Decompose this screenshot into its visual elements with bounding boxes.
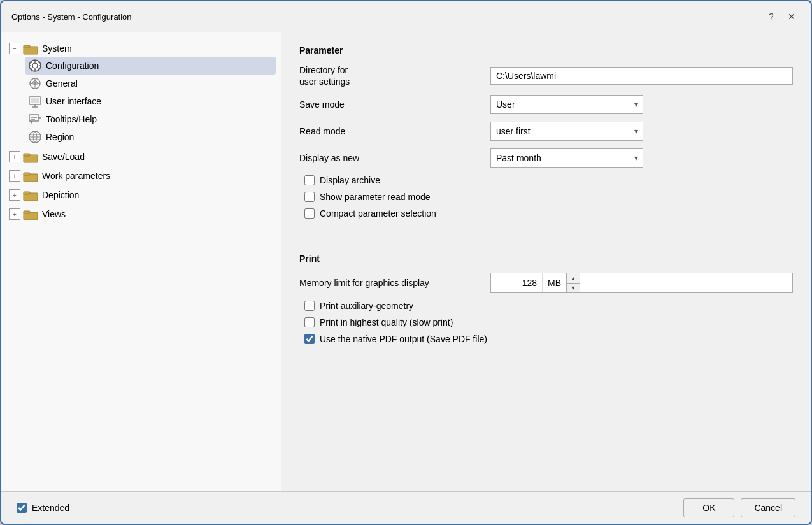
- memory-input[interactable]: [491, 273, 542, 292]
- tree-item-system[interactable]: − System: [6, 40, 276, 57]
- spinner-down-button[interactable]: ▼: [567, 284, 580, 293]
- folder-icon-work-parameters: [23, 169, 38, 182]
- read-mode-label: Read mode: [299, 126, 490, 137]
- folder-icon-save-load: [23, 150, 38, 163]
- tree-system-children: Configuration General: [6, 57, 276, 146]
- tree-label-work-parameters: Work parameters: [42, 171, 110, 181]
- ok-button[interactable]: OK: [683, 498, 734, 517]
- extended-checkbox[interactable]: [17, 503, 27, 513]
- tree-item-save-load[interactable]: + Save/Load: [6, 148, 276, 165]
- save-mode-dropdown[interactable]: User Global Local: [490, 95, 643, 114]
- memory-spinner: MB ▲ ▼: [490, 273, 793, 293]
- show-param-checkbox[interactable]: [304, 192, 315, 202]
- tree-label-configuration: Configuration: [46, 61, 99, 71]
- display-archive-row: Display archive: [304, 175, 793, 185]
- display-new-dropdown-wrapper: Past month Past week Past day Never: [490, 148, 643, 168]
- tree-toggle-depiction[interactable]: +: [9, 189, 20, 201]
- save-mode-row: Save mode User Global Local: [299, 95, 793, 114]
- display-new-label: Display as new: [299, 152, 490, 164]
- read-mode-value-wrapper: user first global first user only: [490, 122, 793, 141]
- tree-toggle-save-load[interactable]: +: [9, 151, 20, 162]
- tree-label-tooltips: Tooltips/Help: [46, 114, 97, 124]
- directory-input[interactable]: [490, 67, 793, 85]
- tree-item-user-interface[interactable]: User interface: [25, 92, 276, 110]
- display-new-row: Display as new Past month Past week Past…: [299, 148, 793, 168]
- tree-item-tooltips[interactable]: Tooltips/Help: [25, 110, 276, 128]
- tree-toggle-system[interactable]: −: [9, 43, 20, 54]
- svg-rect-26: [24, 154, 30, 156]
- svg-rect-28: [24, 173, 30, 175]
- config-icon: [28, 59, 42, 73]
- cancel-button[interactable]: Cancel: [741, 498, 795, 517]
- directory-label: Directory foruser settings: [299, 64, 490, 87]
- svg-rect-1: [24, 45, 30, 48]
- compact-param-label: Compact parameter selection: [320, 208, 436, 219]
- directory-value-wrapper: [490, 67, 793, 85]
- parameter-section: Parameter Directory foruser settings Sav…: [299, 45, 793, 225]
- tree-toggle-views[interactable]: +: [9, 208, 20, 220]
- tree-panel: − System: [1, 32, 281, 491]
- close-button[interactable]: ✕: [783, 8, 801, 25]
- tree-item-work-parameters[interactable]: + Work parameters: [6, 168, 276, 184]
- folder-icon-depiction: [23, 189, 38, 201]
- title-bar-buttons: ? ✕: [762, 8, 801, 25]
- tree-item-views[interactable]: + Views: [6, 206, 276, 222]
- print-quality-row: Print in highest quality (slow print): [304, 317, 793, 327]
- native-pdf-label: Use the native PDF output (Save PDF file…: [320, 334, 487, 344]
- read-mode-dropdown-wrapper: user first global first user only: [490, 122, 643, 141]
- print-section: Print Memory limit for graphics display …: [299, 254, 793, 350]
- read-mode-dropdown[interactable]: user first global first user only: [490, 122, 643, 141]
- tree-toggle-work-parameters[interactable]: +: [9, 170, 20, 182]
- print-checkboxes-group: Print auxiliary-geometry Print in highes…: [299, 301, 793, 344]
- folder-icon-system: [23, 42, 38, 55]
- native-pdf-row: Use the native PDF output (Save PDF file…: [304, 334, 793, 344]
- tree-label-views: Views: [42, 209, 66, 219]
- tree-label-save-load: Save/Load: [42, 152, 85, 162]
- bottom-bar: Extended OK Cancel: [1, 491, 811, 524]
- section-divider: [299, 243, 793, 243]
- memory-value-wrapper: MB ▲ ▼: [490, 273, 793, 293]
- save-mode-label: Save mode: [299, 99, 490, 110]
- directory-row: Directory foruser settings: [299, 64, 793, 87]
- svg-rect-17: [31, 98, 39, 103]
- save-mode-dropdown-wrapper: User Global Local: [490, 95, 643, 114]
- bottom-left: Extended: [17, 503, 69, 513]
- svg-rect-32: [24, 211, 30, 213]
- print-quality-checkbox[interactable]: [304, 317, 315, 327]
- show-param-row: Show parameter read mode: [304, 192, 793, 202]
- display-new-dropdown[interactable]: Past month Past week Past day Never: [490, 148, 643, 168]
- display-archive-checkbox[interactable]: [304, 175, 315, 185]
- tree-item-depiction[interactable]: + Depiction: [6, 187, 276, 203]
- compact-param-row: Compact parameter selection: [304, 208, 793, 219]
- compact-param-checkbox[interactable]: [304, 208, 315, 219]
- right-panel: Parameter Directory foruser settings Sav…: [281, 32, 811, 491]
- user-interface-icon: [28, 94, 42, 108]
- checkboxes-group: Display archive Show parameter read mode…: [299, 175, 793, 219]
- help-button[interactable]: ?: [762, 8, 780, 25]
- display-archive-label: Display archive: [320, 175, 380, 185]
- tree-label-region: Region: [46, 132, 74, 142]
- print-aux-label: Print auxiliary-geometry: [320, 301, 413, 311]
- spinner-up-button[interactable]: ▲: [567, 273, 580, 284]
- tree-label-system: System: [42, 43, 72, 54]
- dialog-window: Options - System - Configuration ? ✕ − S…: [0, 0, 812, 525]
- general-icon: [28, 76, 42, 90]
- print-aux-checkbox[interactable]: [304, 301, 315, 311]
- memory-label: Memory limit for graphics display: [299, 277, 490, 289]
- parameter-title: Parameter: [299, 45, 793, 55]
- print-quality-label: Print in highest quality (slow print): [320, 317, 453, 327]
- save-mode-value-wrapper: User Global Local: [490, 95, 793, 114]
- region-icon: [28, 130, 42, 144]
- tree-item-general[interactable]: General: [25, 75, 276, 92]
- extended-label: Extended: [32, 503, 69, 513]
- display-new-value-wrapper: Past month Past week Past day Never: [490, 148, 793, 168]
- main-content: − System: [1, 32, 811, 491]
- folder-icon-views: [23, 208, 38, 220]
- tree-item-region[interactable]: Region: [25, 128, 276, 146]
- tree-label-depiction: Depiction: [42, 190, 79, 200]
- tree-label-general: General: [46, 78, 78, 89]
- tree-item-configuration[interactable]: Configuration: [25, 57, 276, 75]
- window-title: Options - System - Configuration: [11, 12, 132, 22]
- native-pdf-checkbox[interactable]: [304, 334, 315, 344]
- memory-row: Memory limit for graphics display MB ▲ ▼: [299, 273, 793, 293]
